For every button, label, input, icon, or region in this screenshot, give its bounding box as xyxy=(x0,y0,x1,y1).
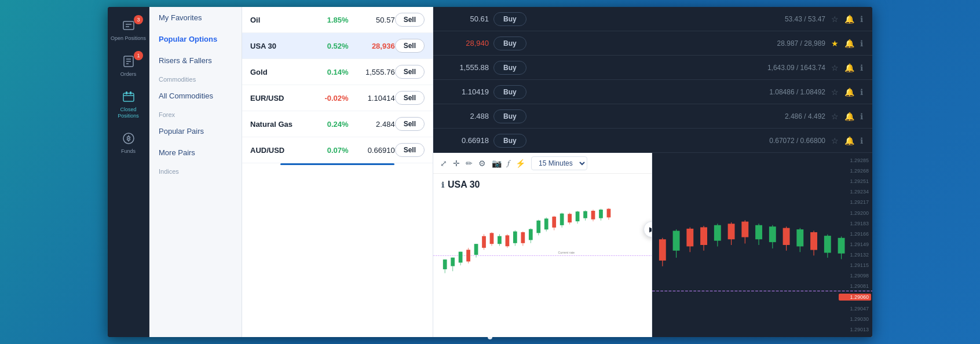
crosshair-icon[interactable]: ✛ xyxy=(453,159,460,168)
audusd-change: 0.07% xyxy=(317,146,349,155)
price-14: 1.29047 xyxy=(839,306,871,312)
svg-rect-80 xyxy=(796,229,803,246)
eurusd-buy-button[interactable]: Buy xyxy=(493,85,526,99)
oil-spread: 53.43 / 53.47 xyxy=(526,15,825,23)
svg-rect-38 xyxy=(536,221,540,233)
nav-popular-pairs[interactable]: Popular Pairs xyxy=(149,120,242,142)
naturalgas-sell-button[interactable]: Sell xyxy=(395,117,425,131)
market-row-audusd[interactable]: AUD/USD 0.07% 0.66910 Sell xyxy=(242,137,433,163)
eurusd-star-icon[interactable]: ☆ xyxy=(831,87,839,97)
naturalgas-bell-icon[interactable]: 🔔 xyxy=(844,112,854,121)
eurusd-sell-button[interactable]: Sell xyxy=(395,91,425,105)
naturalgas-sell-price: 2.488 xyxy=(443,112,489,120)
audusd-bell-icon[interactable]: 🔔 xyxy=(844,136,854,145)
market-row-naturalgas[interactable]: Natural Gas 0.24% 2.484 Sell xyxy=(242,111,433,137)
oil-icons: ☆ 🔔 ℹ xyxy=(831,14,863,24)
naturalgas-star-icon[interactable]: ☆ xyxy=(831,112,839,121)
market-row-usa30[interactable]: USA 30 0.52% 28,936 Sell xyxy=(242,33,433,59)
audusd-sell-button[interactable]: Sell xyxy=(395,143,425,157)
svg-rect-64 xyxy=(686,229,693,247)
nav-my-favorites[interactable]: My Favorites xyxy=(149,7,242,28)
audusd-buy-button[interactable]: Buy xyxy=(493,134,526,148)
svg-rect-18 xyxy=(459,252,463,263)
eurusd-change: -0.02% xyxy=(317,94,349,103)
usa30-info-icon[interactable]: ℹ xyxy=(860,39,863,48)
usa30-sell-button[interactable]: Sell xyxy=(395,39,425,53)
svg-rect-56 xyxy=(607,209,611,218)
gold-buy-button[interactable]: Buy xyxy=(493,61,526,75)
usa30-price: 28,936 xyxy=(349,42,395,50)
usa30-star-icon[interactable]: ★ xyxy=(831,39,839,48)
price-10: 1.29132 xyxy=(839,252,871,258)
svg-rect-32 xyxy=(513,232,517,243)
oil-info-icon[interactable]: ℹ xyxy=(860,14,863,24)
usa30-name: USA 30 xyxy=(250,42,317,50)
formula-icon[interactable]: 𝑓 xyxy=(507,158,510,168)
eurusd-info-icon[interactable]: ℹ xyxy=(860,87,863,97)
oil-bell-icon[interactable]: 🔔 xyxy=(844,14,854,24)
market-row-gold[interactable]: Gold 0.14% 1,555.76 Sell xyxy=(242,59,433,85)
usa30-sell-price: 28,940 xyxy=(443,39,489,47)
market-row-eurusd[interactable]: EUR/USD -0.02% 1.10414 Sell xyxy=(242,85,433,111)
gold-info-icon[interactable]: ℹ xyxy=(860,63,863,72)
oil-star-icon[interactable]: ☆ xyxy=(831,14,839,24)
sidebar-item-funds[interactable]: Funds xyxy=(108,125,149,160)
oil-price: 50.57 xyxy=(349,16,395,24)
market-row-oil[interactable]: Oil 1.85% 50.57 Sell xyxy=(242,7,433,33)
svg-rect-78 xyxy=(783,228,790,245)
svg-rect-68 xyxy=(714,225,721,241)
price-11: 1.29115 xyxy=(839,262,871,268)
price-7: 1.29183 xyxy=(839,221,871,226)
svg-rect-9 xyxy=(130,92,131,94)
svg-rect-16 xyxy=(451,258,455,266)
eurusd-bell-icon[interactable]: 🔔 xyxy=(844,87,854,97)
nav-category-commodities: Commodities xyxy=(149,71,242,85)
audusd-price: 0.66910 xyxy=(349,146,395,155)
audusd-star-icon[interactable]: ☆ xyxy=(831,136,839,145)
nav-popular-options[interactable]: Popular Options xyxy=(149,28,242,50)
oil-buy-button[interactable]: Buy xyxy=(493,12,526,26)
gold-change: 0.14% xyxy=(317,68,349,76)
gold-bell-icon[interactable]: 🔔 xyxy=(844,63,854,72)
naturalgas-name: Natural Gas xyxy=(250,120,317,129)
oil-sell-button[interactable]: Sell xyxy=(395,13,425,27)
draw-icon[interactable]: ✏ xyxy=(466,159,473,168)
nav-more-pairs[interactable]: More Pairs xyxy=(149,142,242,163)
svg-rect-72 xyxy=(741,222,748,237)
nav-category-forex: Forex xyxy=(149,107,242,120)
usa30-bell-icon[interactable]: 🔔 xyxy=(844,39,854,48)
naturalgas-icons: ☆ 🔔 ℹ xyxy=(831,112,863,121)
sidebar-item-orders[interactable]: 1 Orders xyxy=(108,47,149,83)
indicator-icon[interactable]: ⚡ xyxy=(515,159,525,168)
naturalgas-buy-button[interactable]: Buy xyxy=(493,109,526,123)
chart-toolbar: ⤢ ✛ ✏ ⚙ 📷 𝑓 ⚡ 15 Minutes xyxy=(433,153,652,174)
gold-name: Gold xyxy=(250,68,317,76)
sidebar-item-closed-positions[interactable]: ClosedPositions xyxy=(108,83,149,125)
nav-risers-fallers[interactable]: Risers & Fallers xyxy=(149,50,242,71)
price-12: 1.29098 xyxy=(839,273,871,279)
trading-row-eurusd: 1.10419 Buy 1.08486 / 1.08492 ☆ 🔔 ℹ xyxy=(433,80,872,104)
time-selector[interactable]: 15 Minutes xyxy=(531,156,587,170)
chart-area: ⤢ ✛ ✏ ⚙ 📷 𝑓 ⚡ 15 Minutes ℹ USA 30 xyxy=(433,153,872,337)
svg-rect-28 xyxy=(498,236,502,244)
usa30-buy-button[interactable]: Buy xyxy=(493,36,526,50)
chart-right: 1.29285 1.29268 1.29251 1.29234 1.29217 … xyxy=(652,153,872,337)
eurusd-price: 1.10414 xyxy=(349,94,395,103)
svg-rect-34 xyxy=(521,232,525,243)
candlestick-chart: Current rate xyxy=(433,174,652,283)
camera-icon[interactable]: 📷 xyxy=(492,159,502,168)
audusd-sell-price: 0.66918 xyxy=(443,136,489,145)
audusd-info-icon[interactable]: ℹ xyxy=(860,136,863,145)
price-4: 1.29234 xyxy=(839,189,871,195)
gold-sell-button[interactable]: Sell xyxy=(395,65,425,79)
sidebar-item-open-positions[interactable]: 3 Open Positions xyxy=(108,12,149,47)
svg-rect-24 xyxy=(482,236,486,248)
expand-icon[interactable]: ⤢ xyxy=(440,159,447,168)
naturalgas-info-icon[interactable]: ℹ xyxy=(860,112,863,121)
gold-star-icon[interactable]: ☆ xyxy=(831,63,839,72)
eurusd-sell-price: 1.10419 xyxy=(443,87,489,96)
settings-icon[interactable]: ⚙ xyxy=(478,159,486,168)
chart-title: ℹ USA 30 xyxy=(441,180,480,190)
svg-rect-82 xyxy=(810,232,817,250)
nav-all-commodities[interactable]: All Commodities xyxy=(149,85,242,107)
